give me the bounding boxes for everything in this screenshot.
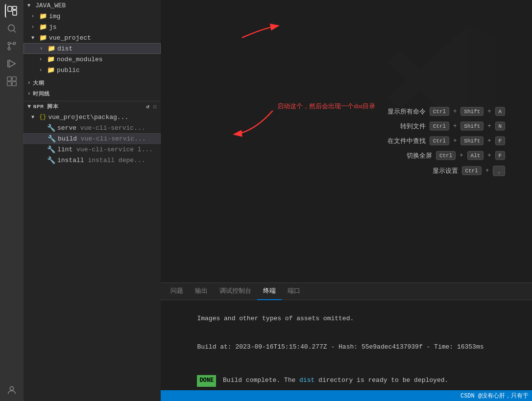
kbd-shift-3: Shift (460, 136, 484, 145)
chevron-right-icon: › (31, 14, 39, 19)
svg-rect-2 (13, 10, 17, 15)
public-label: public (57, 67, 80, 74)
vue-project-label: vue_project (49, 34, 91, 42)
kbd-ctrl-5: Ctrl (462, 166, 482, 175)
chevron-right-icon: › (39, 57, 47, 62)
svg-rect-11 (7, 77, 11, 81)
tree-item-java-web[interactable]: ▼ JAVA_WEB (24, 0, 161, 11)
svg-line-4 (14, 30, 16, 32)
kbd-ctrl-4: Ctrl (436, 151, 456, 160)
svg-rect-13 (7, 82, 11, 86)
tree-item-dist[interactable]: › 📁 dist (24, 43, 161, 54)
tree-item-public[interactable]: › 📁 public (24, 65, 161, 75)
shortcut-label-5: 显示设置 (433, 166, 458, 175)
npm-package-label: vue_project\packag... (48, 114, 128, 121)
timeline-section[interactable]: › 时间线 (24, 88, 161, 99)
chevron-right-icon: › (31, 24, 39, 30)
shortcut-row-4: 切换全屏 Ctrl + Alt + F (387, 151, 505, 160)
npm-package-item[interactable]: ▼ {} vue_project\packag... (24, 112, 161, 122)
kbd-ctrl-3: Ctrl (430, 136, 449, 145)
shortcut-row-1: 显示所有命令 Ctrl + Shift + A (387, 107, 505, 116)
terminal-content[interactable]: Images and other types of assets omitted… (161, 300, 532, 390)
npm-build-label: build vue-cli-servic... (58, 135, 145, 142)
npm-serve-item[interactable]: 🔧 serve vue-cli-servic... (24, 122, 161, 133)
sidebar: ▼ JAVA_WEB › 📁 img › 📁 js ▼ 📁 vue_projec… (24, 0, 161, 401)
terminal-done-info-line: DONE Build complete. The dist directory … (167, 363, 529, 390)
done-content-1: Build complete. The (219, 377, 299, 384)
main-area: 显示所有命令 Ctrl + Shift + A 转到文件 Ctrl + Shif… (161, 0, 532, 401)
svg-rect-14 (12, 82, 16, 86)
npm-lint-item[interactable]: 🔧 lint vue-cli-service l... (24, 144, 161, 155)
img-folder-label: img (49, 13, 60, 20)
shortcut-label-2: 转到文件 (400, 121, 426, 130)
chevron-down-icon: ▼ (31, 35, 39, 41)
svg-marker-9 (9, 60, 16, 68)
npm-serve-label: serve vue-cli-servic... (57, 124, 145, 132)
svg-point-6 (8, 47, 10, 50)
tree-item-js[interactable]: › 📁 js (24, 22, 161, 32)
npm-build-item[interactable]: 🔧 build vue-cli-servic... (24, 133, 161, 144)
js-folder-label: js (49, 24, 57, 31)
npm-label: NPM 脚本 (33, 103, 146, 110)
chevron-down-icon: ▼ (27, 3, 35, 8)
tab-ports[interactable]: 端口 (282, 283, 306, 300)
svg-text:启动这个，然后会出现一个dist目录: 启动这个，然后会出现一个dist目录 (277, 102, 375, 110)
shortcut-row-5: 显示设置 Ctrl + ， (387, 165, 505, 176)
kbd-comma: ， (493, 165, 505, 176)
kbd-shift-2: Shift (460, 121, 484, 130)
npm-install-item[interactable]: 🔧 install install depe... (24, 155, 161, 165)
sidebar-content: ▼ JAVA_WEB › 📁 img › 📁 js ▼ 📁 vue_projec… (24, 0, 161, 401)
kbd-a: A (495, 107, 506, 116)
kbd-shift-1: Shift (460, 107, 484, 116)
svg-point-3 (8, 25, 15, 31)
run-activity-icon[interactable] (5, 57, 19, 71)
search-activity-icon[interactable] (5, 22, 19, 35)
svg-rect-12 (12, 77, 16, 81)
java-web-label: JAVA_WEB (35, 2, 66, 9)
terminal-line-2: Build at: 2023-09-16T15:15:40.277Z - Has… (167, 333, 529, 362)
done-badge: DONE (197, 375, 216, 387)
npm-refresh-icon[interactable]: ↺ (146, 104, 149, 110)
npm-actions: ↺ ☐ (146, 103, 157, 110)
chevron-right-icon: › (39, 68, 47, 73)
shortcut-row-2: 转到文件 Ctrl + Shift + N (387, 121, 505, 130)
chevron-down-icon: ▼ (31, 115, 39, 120)
shortcut-label-4: 切换全屏 (407, 151, 432, 160)
kbd-ctrl-2: Ctrl (430, 121, 449, 130)
tree-item-node-modules[interactable]: › 📁 node_modules (24, 54, 161, 65)
explorer-activity-icon[interactable] (5, 4, 19, 18)
editor-area: 显示所有命令 Ctrl + Shift + A 转到文件 Ctrl + Shif… (161, 0, 532, 283)
tab-debug-console[interactable]: 调试控制台 (214, 283, 257, 300)
svg-rect-1 (13, 6, 17, 9)
tab-terminal[interactable]: 终端 (257, 283, 282, 300)
extensions-activity-icon[interactable] (5, 74, 19, 88)
terminal-line-1: Images and other types of assets omitted… (167, 304, 529, 333)
svg-point-15 (10, 387, 13, 390)
npm-collapse-icon[interactable]: ☐ (153, 104, 157, 110)
kbd-f: F (495, 136, 506, 145)
tree-item-vue-project[interactable]: ▼ 📁 vue_project (24, 32, 161, 43)
npm-section-header[interactable]: ▼ NPM 脚本 ↺ ☐ (24, 101, 161, 112)
status-credit: CSDN @没有心肝，只有于 (460, 392, 529, 400)
kbd-f2: F (495, 151, 506, 160)
npm-install-label: install install depe... (57, 157, 145, 164)
npm-lint-label: lint vue-cli-service l... (57, 146, 153, 153)
dist-highlight: dist (299, 377, 314, 384)
shortcut-label-1: 显示所有命令 (387, 107, 426, 116)
kbd-ctrl-1: Ctrl (430, 107, 449, 116)
tab-problems[interactable]: 问题 (165, 283, 189, 300)
status-bar: CSDN @没有心肝，只有于 (161, 390, 532, 401)
activity-bar (0, 0, 24, 401)
tree-item-img[interactable]: › 📁 img (24, 11, 161, 22)
kbd-n: N (495, 121, 506, 130)
tab-output[interactable]: 输出 (189, 283, 214, 300)
account-activity-icon[interactable] (5, 383, 19, 397)
source-control-activity-icon[interactable] (5, 39, 19, 53)
svg-point-5 (8, 42, 10, 45)
shortcut-row-3: 在文件中查找 Ctrl + Shift + F (387, 136, 505, 145)
svg-rect-0 (8, 6, 12, 11)
bottom-panel: 问题 输出 调试控制台 终端 端口 Images and other types… (161, 283, 532, 390)
outline-section[interactable]: › 大纲 (24, 77, 161, 88)
timeline-label: 时间线 (33, 90, 50, 97)
kbd-alt-4: Alt (467, 151, 484, 160)
